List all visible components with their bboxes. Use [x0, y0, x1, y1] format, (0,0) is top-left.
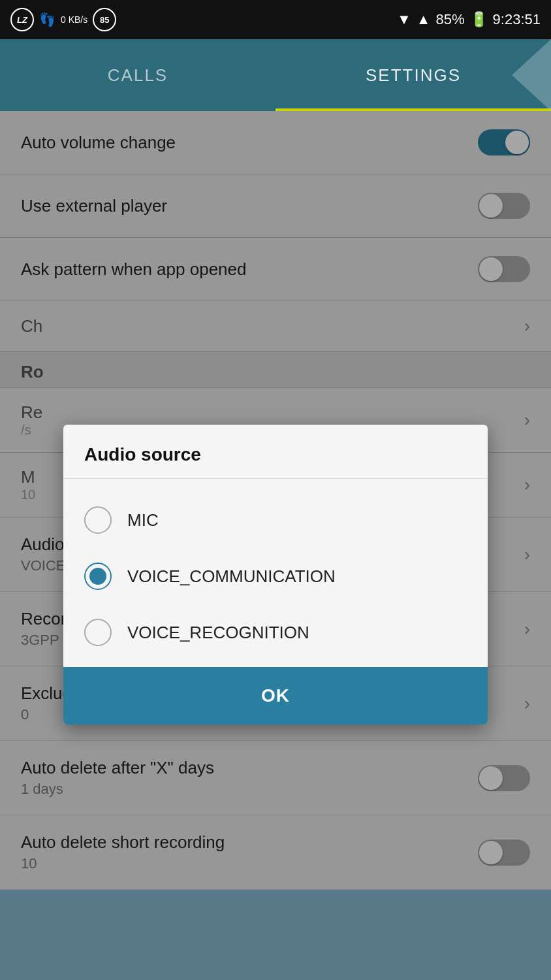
app-icon-lz: LZ [10, 8, 34, 31]
tab-calls[interactable]: CALLS [0, 39, 276, 111]
dialog-body: MIC VOICE_COMMUNICATION VOICE_RECOGNITIO… [63, 479, 488, 667]
radio-mic[interactable]: MIC [84, 492, 467, 548]
dialog-ok-button[interactable]: OK [63, 667, 488, 725]
battery-icon: 🔋 [470, 11, 488, 28]
radio-voice-recognition-circle [84, 619, 112, 646]
tab-settings-label: SETTINGS [366, 65, 461, 86]
radio-voice-communication-circle [84, 563, 112, 590]
battery-percent: 85% [436, 11, 465, 28]
status-bar: LZ 👣 0 KB/s 85 ▼ ▲ 85% 🔋 9:23:51 [0, 0, 551, 39]
radio-voice-communication[interactable]: VOICE_COMMUNICATION [84, 548, 467, 604]
footprint-icon: 👣 [39, 12, 55, 27]
signal-icon: ▲ [417, 11, 431, 28]
radio-mic-circle [84, 506, 112, 534]
tab-settings[interactable]: SETTINGS [276, 39, 551, 111]
radio-voice-recognition[interactable]: VOICE_RECOGNITION [84, 604, 467, 661]
wifi-icon: ▼ [397, 11, 411, 28]
audio-source-dialog: Audio source MIC VOICE_COMMUNICATION [63, 425, 488, 725]
dialog-actions: OK [63, 667, 488, 725]
status-bar-right: ▼ ▲ 85% 🔋 9:23:51 [397, 11, 541, 28]
radio-voice-communication-label: VOICE_COMMUNICATION [127, 566, 336, 587]
tab-calls-label: CALLS [108, 65, 168, 86]
status-bar-left: LZ 👣 0 KB/s 85 [10, 8, 116, 31]
radio-voice-recognition-label: VOICE_RECOGNITION [127, 623, 309, 643]
radio-mic-label: MIC [127, 510, 159, 531]
tab-bar: CALLS SETTINGS [0, 39, 551, 111]
radio-voice-communication-inner [89, 568, 106, 585]
clock: 9:23:51 [493, 11, 541, 28]
dialog-title: Audio source [63, 425, 488, 479]
settings-background: Auto volume change Use external player A… [0, 111, 551, 890]
dialog-overlay: Audio source MIC VOICE_COMMUNICATION [0, 111, 551, 890]
tab-arrow-decoration [512, 39, 551, 111]
badge-85: 85 [93, 8, 116, 31]
speed-label: 0 KB/s [61, 14, 87, 25]
